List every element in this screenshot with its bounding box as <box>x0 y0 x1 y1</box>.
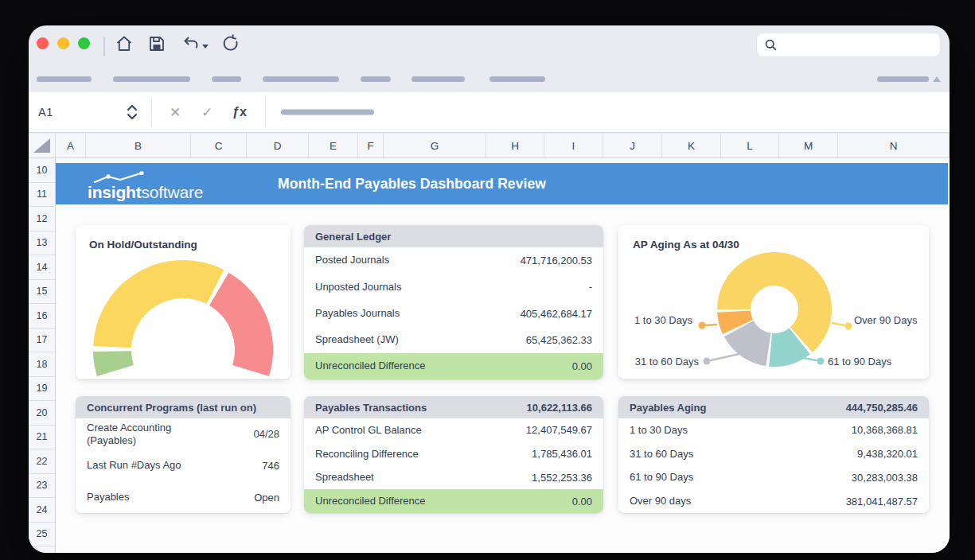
formula-bar-divider <box>151 98 152 127</box>
row-label: Create Accounting (Payables) <box>87 422 206 448</box>
menu-item-placeholder[interactable] <box>411 76 465 82</box>
home-icon[interactable] <box>115 34 134 53</box>
ribbon-collapse-icon[interactable] <box>933 76 941 82</box>
accept-entry-icon[interactable]: ✓ <box>201 103 213 120</box>
title-bar <box>29 25 950 67</box>
row-header-13[interactable]: 13 <box>29 231 55 256</box>
row-header-14[interactable]: 14 <box>29 255 55 280</box>
row-header-20[interactable]: 20 <box>29 401 55 426</box>
column-header-row: ABCDEFGHIJKLMN <box>29 134 950 158</box>
row-label: Spreadsheet <box>315 471 374 484</box>
table-row: Reconciling Difference 1,785,436.01 <box>304 442 603 466</box>
row-header-22[interactable]: 22 <box>29 449 55 474</box>
select-all-corner[interactable] <box>29 134 56 158</box>
row-header-10[interactable]: 10 <box>29 158 55 183</box>
cancel-entry-icon[interactable]: ✕ <box>170 103 181 120</box>
row-value: 1,785,436.01 <box>532 448 592 460</box>
search-input[interactable] <box>782 38 933 51</box>
donut-label-31-to-60: 31 to 60 Days <box>635 356 699 368</box>
minimize-window-button[interactable] <box>57 37 69 49</box>
table-row: Spreadsheet 1,552,253.36 <box>304 466 603 490</box>
row-header-12[interactable]: 12 <box>29 207 55 231</box>
row-label: Reconciling Difference <box>315 448 419 461</box>
search-box[interactable] <box>756 32 941 57</box>
column-header-N[interactable]: N <box>838 134 950 158</box>
dashboard-banner: insightsoftware Month-End Payables Dashb… <box>56 163 948 204</box>
row-header-15[interactable]: 15 <box>29 280 55 305</box>
row-header-19[interactable]: 19 <box>29 377 55 402</box>
row-headers: 10111213141516171819202122232425 <box>29 158 55 546</box>
column-header-C[interactable]: C <box>191 134 247 158</box>
row-header-23[interactable]: 23 <box>29 474 55 499</box>
donut-label-1-to-30: 1 to 30 Days <box>634 314 692 326</box>
row-value: 471,716,200.53 <box>521 255 592 266</box>
row-label: Over 90 days <box>630 495 691 508</box>
column-header-L[interactable]: L <box>721 134 779 158</box>
column-header-I[interactable]: I <box>544 134 603 158</box>
logo-text-light: software <box>141 183 203 201</box>
column-header-H[interactable]: H <box>486 134 544 158</box>
menu-item-placeholder[interactable] <box>489 76 545 82</box>
unreconciled-difference-row: Unreconciled Difference 0.00 <box>304 489 603 513</box>
dashboard-title: Month-End Payables Dashboard Review <box>278 176 546 192</box>
column-header-A[interactable]: A <box>56 134 86 158</box>
row-value: 04/28 <box>253 428 279 440</box>
toolbar-divider <box>103 37 105 56</box>
row-header-17[interactable]: 17 <box>29 329 55 353</box>
callout-dot <box>704 358 711 365</box>
insightsoftware-logo: insightsoftware <box>88 171 203 200</box>
row-header-21[interactable]: 21 <box>29 426 55 450</box>
row-label: Unreconciled Difference <box>315 495 426 508</box>
name-box[interactable]: A1 <box>29 91 151 132</box>
row-label: Spreadsheet (JW) <box>315 333 399 346</box>
menu-item-placeholder[interactable] <box>113 76 190 82</box>
row-value: 9,438,320.01 <box>857 448 918 460</box>
table-row: Create Accounting (Payables) 04/28 <box>76 418 291 450</box>
column-header-E[interactable]: E <box>309 134 358 158</box>
undo-icon[interactable] <box>181 34 201 53</box>
column-header-B[interactable]: B <box>86 134 191 158</box>
table-row: 1 to 30 Days 10,368,368.81 <box>618 418 929 442</box>
name-box-spinner-icon[interactable] <box>126 103 138 121</box>
column-header-M[interactable]: M <box>779 134 838 158</box>
row-label: 61 to 90 Days <box>630 471 693 484</box>
chart-segment <box>219 289 254 371</box>
formula-bar: A1 ✕ ✓ ƒx <box>29 91 950 133</box>
menu-item-placeholder[interactable] <box>361 76 391 82</box>
app-window: A1 ✕ ✓ ƒx ABCDEFGHIJKLMN 101112131415161… <box>29 25 950 553</box>
row-value: - <box>589 281 592 293</box>
row-header-25[interactable]: 25 <box>29 523 55 547</box>
menu-item-placeholder[interactable] <box>212 76 241 82</box>
menu-item-placeholder[interactable] <box>877 76 929 82</box>
zoom-window-button[interactable] <box>78 37 90 49</box>
menu-item-placeholder[interactable] <box>37 76 92 82</box>
row-value: 381,041,487.57 <box>846 496 918 508</box>
callout-dot <box>699 322 706 329</box>
row-value: 0.00 <box>572 360 592 372</box>
redo-icon[interactable] <box>221 34 240 53</box>
undo-dropdown-caret[interactable] <box>202 45 209 49</box>
row-header-18[interactable]: 18 <box>29 352 55 377</box>
close-window-button[interactable] <box>37 37 49 49</box>
callout-leader-line <box>833 323 844 325</box>
table-row: Unposted Journals - <box>304 274 603 300</box>
row-header-24[interactable]: 24 <box>29 498 55 523</box>
row-label: 31 to 60 Days <box>630 448 693 461</box>
row-header-16[interactable]: 16 <box>29 304 55 329</box>
table-row: 31 to 60 Days 9,438,320.01 <box>618 442 929 466</box>
save-icon[interactable] <box>147 34 166 53</box>
row-header-11[interactable]: 11 <box>29 183 55 208</box>
column-header-J[interactable]: J <box>603 134 662 158</box>
callout-dot <box>817 358 825 365</box>
column-header-F[interactable]: F <box>358 134 384 158</box>
chart-segment <box>770 341 800 350</box>
insert-function-icon[interactable]: ƒx <box>232 105 247 119</box>
table-row: Payables Open <box>76 481 291 513</box>
formula-content-placeholder[interactable] <box>281 109 374 115</box>
column-header-D[interactable]: D <box>247 134 309 158</box>
row-value: 10,368,368.81 <box>852 424 918 436</box>
row-label: Payables <box>87 491 129 504</box>
column-header-G[interactable]: G <box>384 134 486 158</box>
menu-item-placeholder[interactable] <box>263 76 339 82</box>
column-header-K[interactable]: K <box>662 134 721 158</box>
